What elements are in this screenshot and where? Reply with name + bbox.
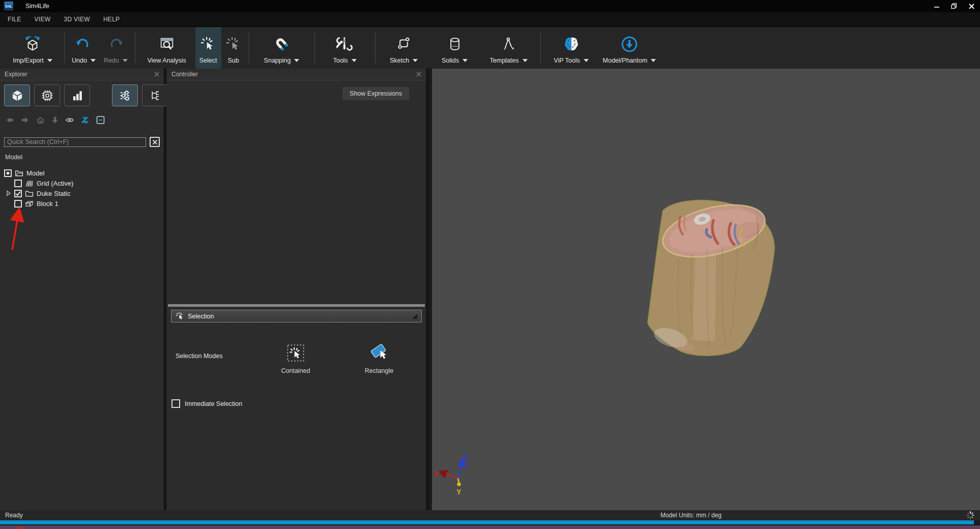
model-3d-duke-thigh[interactable] — [631, 188, 794, 371]
dropdown-caret-icon[interactable] — [47, 59, 52, 62]
toolbar-select[interactable]: Select — [195, 27, 221, 69]
axes-triad: X Z Y — [432, 443, 498, 501]
dropdown-caret-icon[interactable] — [651, 59, 656, 62]
tree-row-model[interactable]: Model — [0, 168, 164, 178]
toolbar-snapping[interactable]: Snapping — [252, 27, 311, 69]
quick-search-input[interactable] — [4, 137, 146, 147]
dropdown-caret-icon[interactable] — [584, 59, 589, 62]
explorer-title: Explorer — [5, 71, 27, 78]
restore-button[interactable] — [945, 0, 963, 12]
window-title: Sim4Life — [25, 3, 49, 10]
goto-down-arrow-icon[interactable] — [51, 115, 59, 125]
toolbar-separator — [540, 32, 541, 64]
immediate-selection-row[interactable]: Immediate Selection — [171, 399, 242, 408]
tab-properties-view[interactable] — [112, 84, 138, 106]
tools-wrench-icon — [336, 34, 354, 54]
dropdown-caret-icon[interactable] — [123, 59, 128, 62]
close-icon — [968, 3, 975, 10]
select-cursor-icon — [200, 34, 216, 54]
toolbar-solids-label: Solids — [442, 57, 459, 64]
tab-tree-view[interactable] — [142, 84, 168, 106]
dropdown-caret-icon[interactable] — [91, 59, 96, 62]
y-axis — [458, 478, 459, 483]
dropdown-caret-icon[interactable] — [463, 59, 468, 62]
selection-mode-rectangle[interactable]: Rectangle — [351, 343, 407, 374]
toolbar-separator — [314, 32, 315, 64]
toolbar-tools-label: Tools — [333, 57, 348, 64]
block-1-checkbox[interactable] — [14, 200, 22, 208]
selection-section-header[interactable]: Selection — [171, 310, 422, 322]
show-expressions-button[interactable]: Show Expressions — [342, 87, 409, 100]
statusbar: Ready Model Units: mm / deg — [0, 510, 980, 520]
explorer-close-button[interactable] — [154, 72, 159, 77]
menu-file[interactable]: FILE — [8, 16, 21, 23]
grid-icon — [25, 180, 34, 187]
redo-icon — [108, 34, 123, 54]
clear-search-button[interactable] — [150, 137, 160, 147]
main-area: Explorer — [0, 69, 980, 510]
tab-model-view[interactable] — [4, 84, 30, 106]
contained-mode-icon — [286, 343, 305, 363]
tree-item-label: Grid (Active) — [37, 180, 73, 187]
dropdown-caret-icon[interactable] — [413, 59, 418, 62]
toolbar-undo[interactable]: Undo — [68, 27, 100, 69]
collapse-corner-icon[interactable] — [412, 314, 417, 319]
toolbar-solids[interactable]: Solids — [429, 27, 480, 69]
forward-arrow-icon[interactable] — [20, 115, 30, 125]
minimize-button[interactable] — [928, 0, 945, 12]
view-analysis-icon — [158, 34, 176, 54]
sliders-icon — [118, 89, 132, 103]
toolbar-imp-export[interactable]: Imp/Export — [4, 27, 61, 69]
toolbar-model-phantom[interactable]: Model/Phantom — [599, 27, 660, 69]
close-button[interactable] — [963, 0, 980, 12]
toolbar-templates-label: Templates — [490, 57, 519, 64]
import-export-icon — [24, 34, 41, 54]
back-arrow-icon[interactable] — [5, 115, 15, 125]
grid-checkbox[interactable] — [14, 180, 22, 187]
dropdown-caret-icon[interactable] — [523, 59, 528, 62]
toolbar-redo[interactable]: Redo — [100, 27, 132, 69]
folder-icon — [25, 190, 34, 197]
visibility-eye-icon[interactable] — [65, 115, 75, 125]
expand-triangle-icon[interactable] — [7, 190, 11, 196]
dropdown-caret-icon[interactable] — [294, 59, 299, 62]
toolbar-separator — [249, 32, 249, 64]
controller-close-button[interactable] — [416, 72, 421, 77]
z-axis — [458, 462, 463, 478]
z-axis-label: Z — [463, 452, 467, 460]
selection-mode-contained[interactable]: Contained — [268, 343, 324, 374]
tree-row-grid[interactable]: Grid (Active) — [0, 178, 164, 188]
toolbar-imp-export-label: Imp/Export — [13, 57, 43, 64]
menu-3d-view[interactable]: 3D VIEW — [64, 16, 90, 23]
vip-brain-icon — [562, 34, 581, 54]
menu-help[interactable]: HELP — [103, 16, 120, 23]
toolbar-separator — [375, 32, 376, 64]
toolbar-templates[interactable]: Templates — [480, 27, 537, 69]
cube-icon — [10, 89, 24, 103]
panel-splitter[interactable] — [168, 304, 425, 307]
tree-row-block-1[interactable]: Block 1 — [0, 198, 164, 209]
status-model-units: Model Units: mm / deg — [660, 512, 722, 519]
home-icon[interactable] — [36, 115, 45, 125]
tree-row-duke-static[interactable]: Duke Static — [0, 188, 164, 198]
toolbar-view-analysis[interactable]: View Analysis — [138, 27, 195, 69]
tab-analysis-view[interactable] — [64, 84, 90, 106]
tab-simulation-view[interactable] — [34, 84, 60, 106]
menu-view[interactable]: VIEW — [35, 16, 51, 23]
dropdown-caret-icon[interactable] — [352, 59, 357, 62]
viewport-3d[interactable]: X Z Y — [432, 69, 980, 510]
toolbar-separator — [64, 32, 65, 64]
toolbar-view-analysis-label: View Analysis — [148, 57, 186, 64]
duke-static-checkbox[interactable] — [14, 190, 22, 197]
collapse-all-icon[interactable] — [96, 115, 105, 125]
model-checkbox[interactable] — [4, 169, 12, 177]
chip-icon — [40, 89, 54, 103]
check-mark — [15, 191, 21, 196]
undo-icon — [76, 34, 91, 54]
toolbar-vip-tools[interactable]: ViP Tools — [544, 27, 599, 69]
toolbar-sketch[interactable]: Sketch — [379, 27, 429, 69]
zoom-to-selection-icon[interactable] — [80, 115, 90, 125]
toolbar-tools[interactable]: Tools — [318, 27, 372, 69]
immediate-selection-checkbox[interactable] — [171, 399, 180, 408]
toolbar-sub[interactable]: Sub — [221, 27, 246, 69]
